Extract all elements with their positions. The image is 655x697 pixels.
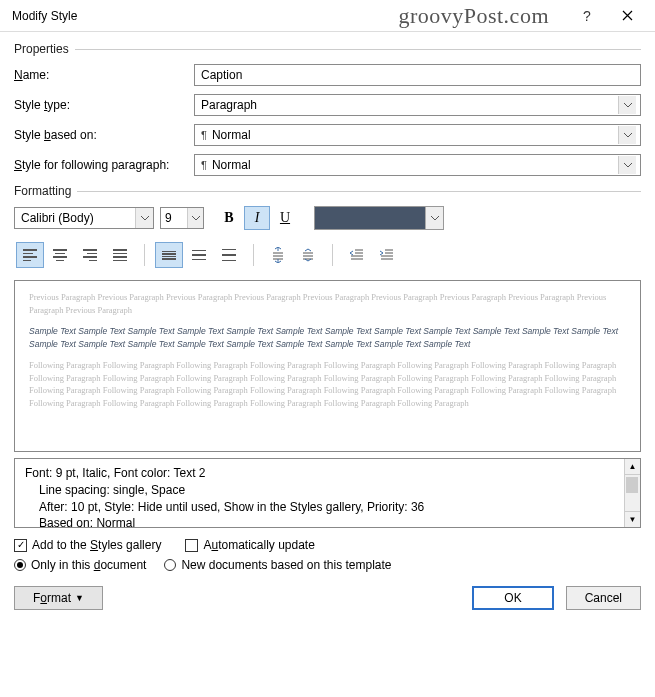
line-spacing-2-button[interactable]	[215, 242, 243, 268]
font-family-select[interactable]: Calibri (Body)	[14, 207, 154, 229]
radio-unchecked-icon	[164, 559, 176, 571]
decrease-indent-button[interactable]	[343, 242, 371, 268]
add-to-gallery-checkbox[interactable]: ✓ Add to the Styles gallery	[14, 538, 161, 552]
paragraph-icon: ¶	[201, 129, 207, 141]
scroll-up-icon[interactable]: ▲	[625, 459, 640, 475]
format-button[interactable]: Format ▼	[14, 586, 103, 610]
line-spacing-1-button[interactable]	[155, 242, 183, 268]
titlebar: Modify Style groovyPost.com ?	[0, 0, 655, 32]
decrease-indent-icon	[349, 247, 365, 263]
preview-sample-text: Sample Text Sample Text Sample Text Samp…	[29, 325, 626, 351]
scroll-down-icon[interactable]: ▼	[625, 511, 640, 527]
preview-following-text: Following Paragraph Following Paragraph …	[29, 359, 626, 410]
align-justify-button[interactable]	[106, 242, 134, 268]
italic-button[interactable]: I	[244, 206, 270, 230]
scrollbar[interactable]: ▲ ▼	[624, 459, 640, 527]
auto-update-checkbox[interactable]: Automatically update	[185, 538, 314, 552]
watermark-text: groovyPost.com	[398, 3, 549, 29]
description-line: Font: 9 pt, Italic, Font color: Text 2	[25, 465, 630, 482]
align-center-button[interactable]	[46, 242, 74, 268]
line-spacing-1.5-button[interactable]	[185, 242, 213, 268]
radio-checked-icon	[14, 559, 26, 571]
chevron-down-icon	[618, 96, 636, 114]
increase-indent-button[interactable]	[373, 242, 401, 268]
align-left-button[interactable]	[16, 242, 44, 268]
chevron-down-icon	[135, 208, 153, 228]
close-icon	[622, 10, 633, 21]
align-right-button[interactable]	[76, 242, 104, 268]
chevron-down-icon	[618, 126, 636, 144]
name-label: Name:	[14, 68, 194, 82]
description-line: After: 10 pt, Style: Hide until used, Sh…	[25, 499, 630, 516]
close-button[interactable]	[607, 2, 647, 30]
checkbox-unchecked-icon	[185, 539, 198, 552]
space-before-increase-button[interactable]	[264, 242, 292, 268]
style-type-select[interactable]: Paragraph	[194, 94, 641, 116]
space-after-icon	[300, 247, 316, 263]
only-this-document-radio[interactable]: Only in this document	[14, 558, 146, 572]
bold-button[interactable]: B	[216, 206, 242, 230]
name-input[interactable]	[194, 64, 641, 86]
color-swatch	[315, 207, 425, 229]
increase-indent-icon	[379, 247, 395, 263]
cancel-button[interactable]: Cancel	[566, 586, 641, 610]
new-documents-template-radio[interactable]: New documents based on this template	[164, 558, 391, 572]
following-paragraph-select[interactable]: ¶Normal	[194, 154, 641, 176]
checkbox-checked-icon: ✓	[14, 539, 27, 552]
following-paragraph-label: Style for following paragraph:	[14, 158, 194, 172]
based-on-label: Style based on:	[14, 128, 194, 142]
font-size-select[interactable]: 9	[160, 207, 204, 229]
chevron-down-icon	[618, 156, 636, 174]
style-type-label: Style type:	[14, 98, 194, 112]
chevron-down-icon	[187, 208, 203, 228]
chevron-down-icon: ▼	[75, 593, 84, 603]
based-on-select[interactable]: ¶Normal	[194, 124, 641, 146]
underline-button[interactable]: U	[272, 206, 298, 230]
chevron-down-icon	[425, 207, 443, 229]
dialog-title: Modify Style	[12, 9, 77, 23]
description-line: Line spacing: single, Space	[25, 482, 630, 499]
space-before-icon	[270, 247, 286, 263]
style-preview: Previous Paragraph Previous Paragraph Pr…	[14, 280, 641, 452]
font-color-select[interactable]	[314, 206, 444, 230]
formatting-legend: Formatting	[14, 184, 641, 198]
preview-previous-text: Previous Paragraph Previous Paragraph Pr…	[29, 291, 626, 317]
description-line: Based on: Normal	[25, 515, 630, 532]
scroll-thumb[interactable]	[626, 477, 638, 493]
help-button[interactable]: ?	[567, 2, 607, 30]
style-description: Font: 9 pt, Italic, Font color: Text 2 L…	[14, 458, 641, 528]
properties-legend: Properties	[14, 42, 641, 56]
ok-button[interactable]: OK	[472, 586, 553, 610]
paragraph-icon: ¶	[201, 159, 207, 171]
space-before-decrease-button[interactable]	[294, 242, 322, 268]
